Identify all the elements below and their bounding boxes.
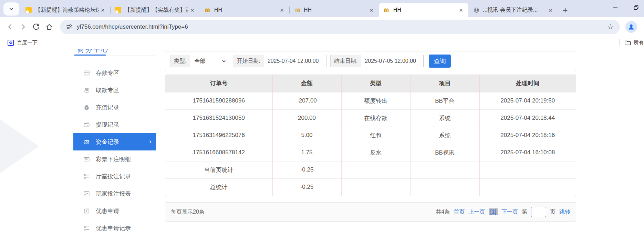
main-content: 类型: 全部 开始日期: 结束日期: 查询 (165, 49, 576, 222)
new-tab-button[interactable]: + (558, 3, 572, 17)
chevron-down-icon (9, 6, 14, 12)
sidebar-item-hall-bet-record[interactable]: 厅室投注记录 (73, 168, 156, 185)
type-select[interactable]: 全部 (190, 55, 229, 67)
active-tab-underline (74, 55, 106, 56)
tab-title: :::视讯 会员下注纪录::: (483, 7, 547, 14)
profile-avatar[interactable] (625, 21, 637, 33)
start-date-input[interactable] (264, 55, 326, 67)
type-label: 类型: (170, 55, 190, 67)
sidebar-item-withdrawal-record[interactable]: 提现记录 (73, 116, 156, 133)
sidebar-item-deposit-zone[interactable]: 存款专区 (73, 64, 156, 81)
tab-search-button[interactable] (3, 2, 19, 16)
cell-order-no: 1751631524130059 (165, 109, 272, 127)
type-filter-group: 类型: 全部 (170, 55, 229, 67)
page-size-text: 每页显示20条 (171, 208, 205, 216)
bookmark-baidu[interactable]: 百度一下 (6, 38, 40, 47)
cell-project: 系统 (410, 127, 479, 144)
cell-empty (479, 161, 576, 178)
end-date-label: 结束日期: (330, 55, 361, 67)
sidebar-item-label: 资金记录 (96, 138, 119, 146)
forward-button[interactable] (17, 20, 30, 33)
next-page-link[interactable]: 下一页 (501, 208, 518, 216)
cell-amount: 5.00 (272, 127, 341, 144)
sidebar-item-player-bet-report[interactable]: 玩家投注报表 (73, 185, 156, 202)
tab-hh-active[interactable]: HH × (379, 3, 468, 17)
table-row-page-total: 当前页统计 -0.25 (165, 161, 576, 178)
first-page-link[interactable]: 首页 (454, 208, 465, 216)
start-date-group: 开始日期: (233, 55, 326, 67)
sidebar-item-label: 提现记录 (96, 121, 119, 129)
tab-hh-1[interactable]: HH × (200, 3, 289, 17)
cell-order-no: 1751616608578142 (165, 144, 272, 161)
sidebar-item-label: 厅室投注记录 (96, 173, 131, 180)
cell-empty (410, 178, 479, 196)
restore-button[interactable] (631, 2, 641, 13)
sidebar-item-recharge-record[interactable]: ¥ 充值记录 (73, 99, 156, 116)
tab-close-icon[interactable]: × (188, 6, 196, 14)
tab-forum-2[interactable]: 【新提醒】【实战有奖】活 × (110, 3, 200, 17)
coupon-icon: ¥ (83, 207, 90, 214)
sidebar-heading: 财务中心 (73, 49, 156, 56)
tab-close-icon[interactable]: × (457, 6, 465, 14)
site-settings-icon[interactable] (66, 23, 73, 30)
cell-process-time: 2025-07-04 16:10:08 (479, 144, 576, 161)
bookmark-label: 百度一下 (17, 39, 38, 46)
browser-toolbar: yl756.com/hhcp/usercenter.html?iniType=6… (0, 17, 644, 36)
col-type: 类型 (341, 75, 410, 92)
select-caret-icon (222, 59, 226, 63)
tab-forum-1[interactable]: 【新提醒】海燕策略论坛综 × (21, 3, 110, 17)
background-decoration (0, 119, 39, 173)
tab-title: 【新提醒】海燕策略论坛综 (35, 7, 99, 14)
search-button[interactable]: 查询 (429, 55, 451, 68)
page-jump-input[interactable] (531, 207, 546, 217)
pagination-controls: 共4条 首页 上一页 [1] 下一页 第 页 跳转 (436, 207, 570, 217)
gold-logo-favicon-icon (384, 7, 390, 13)
bookmark-bar-right: 所有 (619, 39, 644, 46)
sidebar-item-label: 存款专区 (96, 69, 119, 77)
tab-close-icon[interactable]: × (278, 6, 286, 14)
end-date-input[interactable] (361, 55, 424, 67)
gold-logo-favicon-icon (294, 7, 300, 13)
sidebar-item-promo-apply-record[interactable]: 优惠申请记录 (73, 219, 156, 235)
tab-video-records[interactable]: :::视讯 会员下注纪录::: × (468, 3, 558, 17)
sidebar-item-withdraw-zone[interactable]: 取款专区 (73, 81, 156, 99)
col-process-time: 处理时间 (479, 75, 576, 92)
url-text: yl756.com/hhcp/usercenter.html?iniType=6 (77, 23, 188, 30)
bookmark-star-icon[interactable]: ☆ (607, 23, 614, 31)
list-icon (83, 225, 90, 232)
minimize-button[interactable] (610, 2, 621, 13)
reload-button[interactable] (30, 20, 43, 33)
jump-link[interactable]: 跳转 (559, 208, 570, 216)
prev-page-link[interactable]: 上一页 (468, 208, 485, 216)
sidebar-item-promo-apply[interactable]: ¥ 优惠申请 (73, 202, 156, 219)
cell-process-time: 2025-07-04 20:18:44 (479, 109, 576, 127)
table-row: 1751631524130059 200.00 在线存款 系统 2025-07-… (165, 109, 576, 127)
sidebar-item-label: 优惠申请 (96, 207, 119, 215)
document-lines-icon (83, 156, 90, 163)
jump-prefix-text: 第 (522, 208, 527, 216)
home-button[interactable] (43, 20, 56, 33)
end-date-group: 结束日期: (330, 55, 424, 67)
tab-close-icon[interactable]: × (367, 6, 375, 14)
tab-hh-2[interactable]: HH × (289, 3, 379, 17)
table-row: 1751631496225076 5.00 红包 系统 2025-07-04 2… (165, 127, 576, 144)
all-bookmarks-button[interactable]: 所有 (624, 39, 644, 46)
funds-record-table: 订单号 金额 类型 项目 处理时间 1751631590288096 -207.… (165, 75, 576, 196)
sidebar-item-label: 充值记录 (96, 104, 119, 111)
cell-label: 当前页统计 (165, 161, 272, 178)
cell-amount: -0.25 (272, 178, 341, 196)
address-bar[interactable]: yl756.com/hhcp/usercenter.html?iniType=6… (60, 20, 620, 34)
cell-process-time: 2025-07-04 20:19:50 (479, 92, 576, 109)
wallet-icon (83, 121, 90, 128)
sidebar-item-funds-record[interactable]: 资金记录 › (73, 133, 156, 150)
svg-text:¥: ¥ (86, 106, 87, 109)
forum-favicon-icon (25, 7, 32, 13)
back-button[interactable] (3, 20, 17, 33)
tab-title: HH (304, 7, 367, 13)
tab-close-icon[interactable]: × (99, 6, 107, 14)
tab-close-icon[interactable]: × (547, 6, 554, 14)
svg-text:¥: ¥ (85, 209, 87, 213)
sidebar-item-lottery-bet-detail[interactable]: 彩票下注明细 (73, 150, 156, 168)
table-header-row: 订单号 金额 类型 项目 处理时间 (165, 75, 576, 92)
total-count-text: 共4条 (436, 208, 450, 216)
